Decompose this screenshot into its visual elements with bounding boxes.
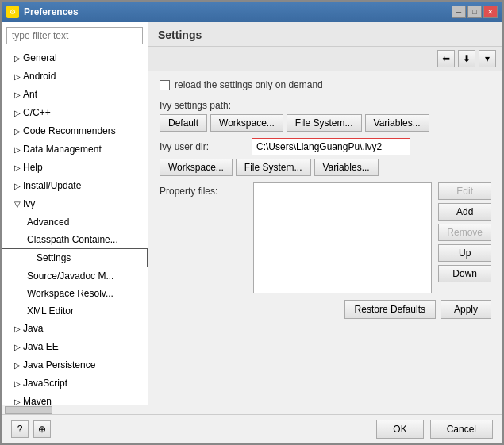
up-button[interactable]: Up	[438, 244, 491, 262]
reload-checkbox[interactable]	[160, 80, 170, 90]
sidebar-item-maven[interactable]: ▷Maven	[2, 393, 148, 405]
window-icon: ⚙	[6, 6, 19, 18]
sidebar-item-cpp[interactable]: ▷C/C++	[2, 104, 148, 122]
maximize-button[interactable]: □	[467, 6, 482, 18]
property-files-section: Property files: Edit Add Remove Up Down	[160, 182, 491, 293]
variables-button-2[interactable]: Variables...	[314, 159, 379, 176]
property-files-buttons: Edit Add Remove Up Down	[438, 182, 491, 293]
close-button[interactable]: ✕	[483, 6, 498, 18]
ivy-user-dir-row: Ivy user dir:	[160, 138, 491, 155]
sidebar-item-java-persistence[interactable]: ▷Java Persistence	[2, 356, 148, 374]
sidebar-item-install-update[interactable]: ▷Install/Update	[2, 177, 148, 195]
ivy-settings-buttons: Default Workspace... File System... Vari…	[160, 114, 491, 132]
left-panel: ▷General ▷Android ▷Ant ▷C/C++ ▷Code Reco…	[2, 22, 148, 414]
reload-label: reload the settings only on demand	[175, 79, 323, 90]
sidebar-item-advanced[interactable]: Advanced	[2, 213, 148, 231]
bottom-bar-left: ? ⊕	[11, 420, 51, 438]
menu-button[interactable]: ▾	[479, 50, 496, 67]
ivy-user-dir-input[interactable]	[252, 138, 410, 155]
settings-content: reload the settings only on demand Ivy s…	[148, 71, 502, 414]
sidebar-item-xml-editor[interactable]: XML Editor	[2, 302, 148, 320]
ivy-settings-path-row: Ivy settings path:	[160, 100, 491, 111]
title-bar-left: ⚙ Preferences	[6, 6, 79, 18]
sidebar-item-classpath[interactable]: Classpath Containe...	[2, 231, 148, 248]
sidebar-item-ivy[interactable]: ▽Ivy	[2, 195, 148, 213]
property-files-list[interactable]	[253, 182, 432, 293]
sidebar-item-data-management[interactable]: ▷Data Management	[2, 140, 148, 159]
title-buttons: ─ □ ✕	[452, 6, 498, 18]
filter-input[interactable]	[6, 27, 143, 44]
ivy-user-dir-buttons: Workspace... File System... Variables...	[160, 159, 491, 176]
variables-button-1[interactable]: Variables...	[365, 114, 429, 132]
reload-row: reload the settings only on demand	[160, 79, 491, 90]
help-icon[interactable]: ?	[11, 420, 29, 438]
property-files-label: Property files:	[160, 182, 247, 293]
tree-area: ▷General ▷Android ▷Ant ▷C/C++ ▷Code Reco…	[2, 49, 148, 405]
sidebar-item-android[interactable]: ▷Android	[2, 67, 148, 86]
right-panel: Settings ⬅ ⬇ ▾ reload the settings only …	[148, 22, 502, 414]
sidebar-item-settings[interactable]: Settings	[2, 248, 148, 267]
workspace-button-1[interactable]: Workspace...	[210, 114, 283, 132]
ivy-user-dir-label: Ivy user dir:	[160, 141, 247, 152]
ok-button[interactable]: OK	[376, 420, 423, 439]
horizontal-scrollbar[interactable]	[2, 405, 148, 414]
back-button[interactable]: ⬅	[437, 50, 455, 67]
forward-button[interactable]: ⬇	[458, 50, 475, 67]
ivy-settings-path-section: Ivy settings path: Default Workspace... …	[160, 100, 491, 132]
add-button[interactable]: Add	[438, 203, 491, 221]
ivy-settings-path-label: Ivy settings path:	[160, 100, 247, 111]
preferences-window: ⚙ Preferences ─ □ ✕ ▷General ▷Android ▷A…	[0, 0, 504, 445]
sidebar-item-ant[interactable]: ▷Ant	[2, 86, 148, 104]
sidebar-item-javascript[interactable]: ▷JavaScript	[2, 374, 148, 393]
file-system-button-2[interactable]: File System...	[236, 159, 311, 176]
sidebar-item-java-ee[interactable]: ▷Java EE	[2, 338, 148, 356]
window-title: Preferences	[24, 6, 79, 17]
settings-title: Settings	[148, 22, 502, 47]
sidebar-item-java[interactable]: ▷Java	[2, 320, 148, 338]
link-icon[interactable]: ⊕	[33, 420, 51, 438]
content-area: ▷General ▷Android ▷Ant ▷C/C++ ▷Code Reco…	[2, 22, 502, 414]
edit-button[interactable]: Edit	[438, 182, 491, 200]
settings-toolbar: ⬅ ⬇ ▾	[148, 47, 502, 71]
cancel-button[interactable]: Cancel	[430, 420, 493, 439]
sidebar-item-general[interactable]: ▷General	[2, 49, 148, 67]
title-bar: ⚙ Preferences ─ □ ✕	[2, 2, 502, 22]
bottom-bar-right: OK Cancel	[376, 420, 493, 439]
file-system-button-1[interactable]: File System...	[287, 114, 362, 132]
restore-apply-row: Restore Defaults Apply	[160, 300, 491, 319]
workspace-button-2[interactable]: Workspace...	[160, 159, 233, 176]
down-button[interactable]: Down	[438, 265, 491, 282]
default-button[interactable]: Default	[160, 114, 207, 132]
minimize-button[interactable]: ─	[452, 6, 466, 18]
sidebar-item-source-javadoc[interactable]: Source/Javadoc M...	[2, 267, 148, 285]
settings-title-text: Settings	[158, 29, 202, 41]
remove-button[interactable]: Remove	[438, 224, 491, 241]
restore-defaults-button[interactable]: Restore Defaults	[344, 300, 436, 319]
sidebar-item-code-recommenders[interactable]: ▷Code Recommenders	[2, 122, 148, 140]
sidebar-item-help[interactable]: ▷Help	[2, 159, 148, 177]
bottom-bar: ? ⊕ OK Cancel	[2, 414, 502, 443]
sidebar-item-workspace-resolv[interactable]: Workspace Resolv...	[2, 285, 148, 302]
ivy-user-dir-section: Ivy user dir: Workspace... File System..…	[160, 138, 491, 176]
apply-button[interactable]: Apply	[441, 300, 491, 319]
